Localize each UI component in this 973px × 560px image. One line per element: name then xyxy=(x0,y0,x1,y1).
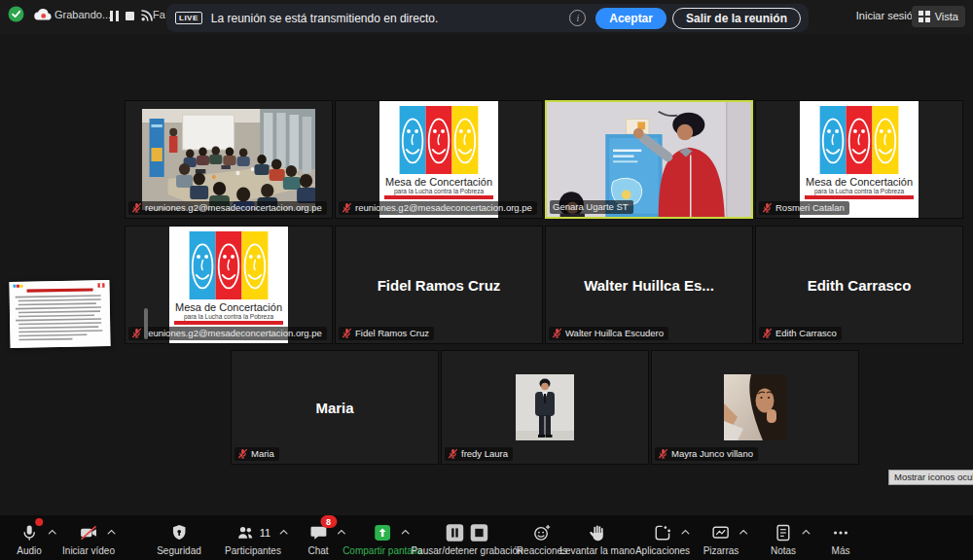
participants-options-caret[interactable] xyxy=(279,529,288,535)
shared-document-thumbnail[interactable] xyxy=(9,280,110,348)
apps-options-caret[interactable] xyxy=(681,529,690,535)
participant-tile[interactable]: Walter Huillca Es... Walter Huillca Escu… xyxy=(545,226,753,344)
mesa-faces-icon xyxy=(398,106,480,174)
info-icon[interactable]: i xyxy=(569,10,586,26)
participants-button[interactable]: 11 Participantes xyxy=(225,521,281,556)
meeting-toolbar: Audio Iniciar vídeo Seguridad xyxy=(0,515,973,560)
participant-tile[interactable]: Mesa de Concertación para la Lucha contr… xyxy=(755,100,963,219)
apps-icon xyxy=(653,523,672,542)
participant-name-label: Edith Carrasco xyxy=(759,327,842,340)
grid-view-icon xyxy=(919,11,930,22)
participant-display-name: Walter Huillca Es... xyxy=(546,227,752,343)
camera-off-icon xyxy=(79,523,98,542)
notes-icon xyxy=(774,523,793,542)
participant-tile[interactable]: Maria Maria xyxy=(231,350,439,465)
microphone-icon xyxy=(19,523,39,542)
security-check-icon xyxy=(8,6,24,22)
profile-photo xyxy=(516,374,574,440)
security-button[interactable]: Seguridad xyxy=(157,521,201,556)
muted-mic-icon xyxy=(131,202,142,213)
more-button[interactable]: Más xyxy=(831,521,850,556)
notes-options-caret[interactable] xyxy=(802,529,811,535)
muted-mic-icon xyxy=(342,202,352,213)
sign-in-button[interactable]: Iniciar sesión xyxy=(856,10,919,21)
muted-mic-icon xyxy=(237,448,248,459)
participant-tile-active-speaker[interactable]: Genara Ugarte ST xyxy=(545,100,753,219)
participant-tile[interactable]: Fidel Ramos Cruz Fidel Ramos Cruz xyxy=(335,226,543,344)
live-message: La reunión se está transmitiendo en dire… xyxy=(211,12,570,25)
notes-button[interactable]: Notas xyxy=(771,521,796,556)
stop-recording-icon[interactable] xyxy=(125,10,135,22)
scrollbar[interactable] xyxy=(144,308,148,339)
participant-tile[interactable]: Mayra Junco villano xyxy=(651,350,859,465)
muted-mic-icon xyxy=(131,328,142,338)
participant-tile[interactable]: Mesa de Concertación para la Lucha contr… xyxy=(335,100,543,219)
participant-name-label: Maria xyxy=(234,447,279,461)
participant-name-label: reuniones.g2@mesadeconcertacion.org.pe xyxy=(128,201,327,215)
participant-name-label: Walter Huillca Escudero xyxy=(549,327,668,340)
zoom-meeting-window: Grabando... Fa LIVE La reunión se está t… xyxy=(0,0,973,560)
participants-count: 11 xyxy=(260,527,270,539)
chat-button[interactable]: 8 Chat xyxy=(307,521,328,556)
apps-button[interactable]: Aplicaciones xyxy=(635,521,690,556)
participant-name-label: Rosmeri Catalan xyxy=(759,201,849,215)
reactions-smiley-icon xyxy=(532,523,552,542)
muted-mic-icon xyxy=(762,328,773,338)
participant-tile[interactable]: reuniones.g2@mesadeconcertacion.org.pe xyxy=(125,100,333,219)
view-button[interactable]: Vista xyxy=(912,6,965,27)
whiteboard-icon xyxy=(711,523,731,542)
accept-button[interactable]: Aceptar xyxy=(595,8,667,29)
participant-name-label: Genara Ugarte ST xyxy=(550,200,633,214)
partial-menu-label: Fa xyxy=(153,9,165,20)
participant-name-label: Fidel Ramos Cruz xyxy=(339,327,434,340)
shield-icon xyxy=(169,523,189,542)
participant-display-name: Fidel Ramos Cruz xyxy=(336,227,542,343)
participant-name-label: fredy Laura xyxy=(445,447,513,461)
share-options-caret[interactable] xyxy=(401,529,410,535)
raise-hand-button[interactable]: Levantar la mano xyxy=(559,521,634,556)
mesa-logo: Mesa de Concertación para la Lucha contr… xyxy=(800,101,919,218)
participant-name-label: Mayra Junco villano xyxy=(655,447,758,461)
mesa-faces-icon xyxy=(188,231,270,299)
more-dots-icon xyxy=(831,523,850,542)
chat-unread-badge: 8 xyxy=(320,515,337,528)
mesa-faces-icon xyxy=(818,106,900,174)
top-bar: Grabando... Fa LIVE La reunión se está t… xyxy=(0,0,973,35)
gallery-row-3: Maria Maria xyxy=(231,350,859,465)
hidden-icons-tooltip: Mostrar iconos ocultos xyxy=(888,470,973,485)
mesa-logo: Mesa de Concertación para la Lucha contr… xyxy=(379,101,498,218)
pause-button-icon[interactable] xyxy=(445,523,464,542)
cloud-recording-icon xyxy=(33,6,54,23)
video-options-caret[interactable] xyxy=(107,529,116,535)
start-video-button[interactable]: Iniciar vídeo xyxy=(62,521,115,556)
muted-mic-icon xyxy=(658,448,668,459)
share-screen-icon xyxy=(373,523,392,542)
stop-button-icon[interactable] xyxy=(469,523,488,542)
participants-icon xyxy=(235,523,255,542)
live-badge: LIVE xyxy=(175,12,202,24)
participant-tile[interactable]: Mesa de Concertación para la Lucha contr… xyxy=(125,226,333,344)
recording-controls[interactable]: Pausar/detener grabación xyxy=(411,521,523,556)
participant-tile[interactable]: fredy Laura xyxy=(441,350,649,465)
document-preview xyxy=(9,280,110,348)
audio-button[interactable]: Audio xyxy=(17,521,42,556)
leave-meeting-button[interactable]: Salir de la reunión xyxy=(672,8,801,29)
whiteboards-options-caret[interactable] xyxy=(739,529,748,535)
gallery-view: reuniones.g2@mesadeconcertacion.org.pe M… xyxy=(0,35,973,515)
recording-status: Grabando... xyxy=(54,9,111,20)
mesa-logo: Mesa de Concertación para la Lucha contr… xyxy=(169,227,288,343)
muted-mic-icon xyxy=(448,448,458,459)
raised-hand-icon xyxy=(588,523,607,542)
muted-mic-icon xyxy=(762,202,773,213)
gallery-row-2: Mesa de Concertación para la Lucha contr… xyxy=(125,226,963,344)
live-broadcast-banner: LIVE La reunión se está transmitiendo en… xyxy=(166,4,809,32)
audio-options-caret[interactable] xyxy=(48,529,56,535)
participant-name-label: reuniones.g2@mesadeconcertacion.org.pe xyxy=(128,327,327,340)
profile-photo xyxy=(724,374,786,440)
pause-recording-icon[interactable] xyxy=(109,10,120,22)
participant-tile[interactable]: Edith Carrasco Edith Carrasco xyxy=(755,226,963,344)
muted-mic-icon xyxy=(552,328,562,338)
view-button-label: Vista xyxy=(935,11,958,22)
gallery-row-1: reuniones.g2@mesadeconcertacion.org.pe M… xyxy=(125,100,963,219)
whiteboards-button[interactable]: Pizarras xyxy=(703,521,739,556)
